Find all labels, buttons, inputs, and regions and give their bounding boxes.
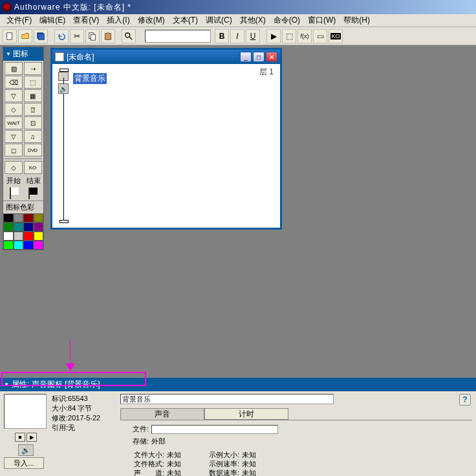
- run-button[interactable]: ▶: [266, 29, 281, 43]
- close-button[interactable]: ✕: [266, 52, 277, 62]
- menu-text[interactable]: 文本(T): [169, 14, 202, 27]
- shape-diamond-icon[interactable]: ◇: [5, 161, 23, 174]
- display-icon[interactable]: ▨: [5, 62, 23, 75]
- design-window-icon: [55, 52, 64, 61]
- interaction-icon[interactable]: ⍰: [24, 103, 42, 116]
- erase-icon[interactable]: ⌫: [5, 76, 23, 89]
- framework-icon[interactable]: ▦: [24, 89, 42, 102]
- play-icon[interactable]: ▶: [27, 433, 37, 442]
- color-swatch[interactable]: [34, 241, 44, 250]
- menu-modify[interactable]: 修改(M): [134, 14, 169, 27]
- color-swatch[interactable]: [34, 222, 44, 232]
- new-button[interactable]: [3, 29, 17, 43]
- modified-label: 修改:2017-5-22: [52, 413, 116, 423]
- store-value: 外部: [151, 437, 166, 446]
- start-flag-icon[interactable]: [10, 188, 19, 199]
- ko-icon[interactable]: KO: [24, 161, 42, 174]
- cut-button[interactable]: ✂: [70, 29, 84, 43]
- functions-button[interactable]: f(x): [298, 29, 312, 43]
- menu-other[interactable]: 其他(X): [236, 14, 270, 27]
- toolbar: ✂ B I U ▶ ⬚ f(x) ▭ KO: [0, 27, 476, 45]
- color-palette-title: 图标色彩: [3, 200, 43, 213]
- color-swatch[interactable]: [14, 241, 24, 250]
- style-combo[interactable]: [145, 30, 211, 43]
- menu-file[interactable]: 文件(F): [3, 14, 36, 27]
- color-swatch[interactable]: [14, 222, 24, 232]
- flowline-area[interactable]: 层 1 🔊 背景音乐: [52, 64, 280, 228]
- info-block: 标识:65543 大小:84 字节 修改:2017-5-22 引用:无: [52, 394, 116, 474]
- color-swatch[interactable]: [23, 213, 34, 222]
- video-icon[interactable]: DVD: [24, 144, 42, 157]
- tab-timing[interactable]: 计时: [204, 408, 288, 420]
- stop-flag-icon[interactable]: [28, 188, 38, 199]
- design-titlebar[interactable]: [未命名] _ □ ✕: [52, 50, 280, 64]
- color-swatch[interactable]: [3, 241, 14, 250]
- italic-button[interactable]: I: [230, 29, 244, 43]
- menu-view[interactable]: 查看(V): [69, 14, 103, 27]
- svg-line-8: [129, 36, 132, 39]
- underline-button[interactable]: U: [246, 29, 260, 43]
- color-grid: [3, 213, 43, 250]
- menu-insert[interactable]: 插入(I): [103, 14, 133, 27]
- navigate-icon[interactable]: ▽: [5, 89, 23, 102]
- undo-button[interactable]: [54, 29, 69, 43]
- file-label: 文件:: [123, 424, 149, 434]
- knowledge-button[interactable]: KO: [329, 29, 343, 43]
- properties-title[interactable]: 属性: 声音图标 [背景音乐]: [0, 378, 476, 391]
- copy-button[interactable]: [85, 29, 100, 43]
- calc-icon[interactable]: WAIT: [5, 116, 23, 129]
- maximize-button[interactable]: □: [253, 52, 265, 62]
- wait-icon[interactable]: ⬚: [24, 76, 42, 89]
- tab-sound[interactable]: 声音: [120, 408, 204, 420]
- color-swatch[interactable]: [34, 213, 44, 222]
- stop-icon[interactable]: ■: [15, 433, 25, 442]
- palette-title[interactable]: 图标: [3, 47, 43, 61]
- find-button[interactable]: [122, 29, 136, 43]
- motion-icon[interactable]: ⇢: [24, 62, 42, 75]
- design-window: [未命名] _ □ ✕ 层 1 🔊 背景音乐: [50, 48, 282, 230]
- color-swatch[interactable]: [34, 232, 44, 241]
- dvd-icon[interactable]: ◻: [5, 144, 23, 157]
- movie-icon[interactable]: ▽: [5, 130, 23, 143]
- map-icon[interactable]: ⊡: [24, 116, 42, 129]
- annotation-arrow: [70, 340, 70, 367]
- svg-rect-0: [7, 32, 12, 39]
- color-swatch[interactable]: [14, 213, 24, 222]
- menubar: 文件(F) 编辑(E) 查看(V) 插入(I) 修改(M) 文本(T) 调试(C…: [0, 14, 476, 27]
- app-icon: [3, 3, 12, 12]
- flow-node-label[interactable]: 背景音乐: [73, 73, 107, 84]
- color-swatch[interactable]: [23, 222, 34, 232]
- ref-label: 引用:无: [52, 423, 116, 433]
- import-button[interactable]: 导入...: [4, 457, 44, 469]
- flow-sound-icon[interactable]: 🔊: [58, 83, 69, 94]
- color-swatch[interactable]: [3, 213, 14, 222]
- menu-help[interactable]: 帮助(H): [340, 14, 374, 27]
- minimize-button[interactable]: _: [240, 52, 252, 62]
- design-title: [未命名]: [67, 52, 94, 63]
- menu-edit[interactable]: 编辑(E): [36, 14, 69, 27]
- menu-command[interactable]: 命令(O): [270, 14, 304, 27]
- decision-icon[interactable]: ◇: [5, 103, 23, 116]
- annotation-arrowhead: [66, 363, 75, 371]
- icon-name-input[interactable]: [120, 394, 334, 404]
- svg-point-7: [125, 32, 130, 37]
- paste-button[interactable]: [101, 29, 115, 43]
- bold-button[interactable]: B: [215, 29, 229, 43]
- menu-window[interactable]: 窗口(W): [304, 14, 340, 27]
- file-input[interactable]: [151, 425, 278, 434]
- color-swatch[interactable]: [23, 241, 34, 250]
- color-swatch[interactable]: [14, 232, 24, 241]
- color-swatch[interactable]: [23, 232, 34, 241]
- open-button[interactable]: [18, 29, 32, 43]
- variables-button[interactable]: ▭: [313, 29, 327, 43]
- preview-box: [4, 394, 47, 429]
- svg-rect-5: [105, 33, 111, 39]
- menu-debug[interactable]: 调试(C): [202, 14, 236, 27]
- control-panel-button[interactable]: ⬚: [282, 29, 296, 43]
- help-icon[interactable]: ?: [459, 394, 471, 406]
- sound-icon[interactable]: ♫: [24, 130, 42, 143]
- color-swatch[interactable]: [3, 232, 14, 241]
- color-swatch[interactable]: [3, 222, 14, 232]
- sound-type-icon: 🔊: [18, 444, 34, 456]
- save-all-button[interactable]: [34, 29, 48, 43]
